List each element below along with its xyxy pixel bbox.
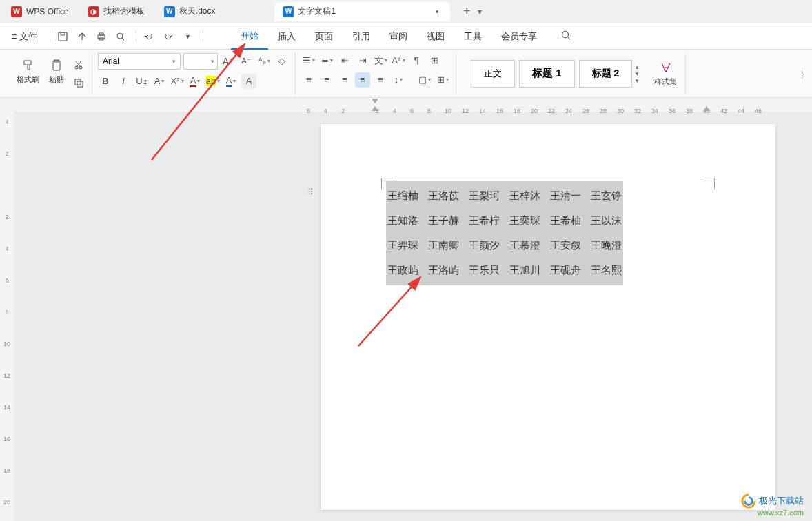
- style-normal[interactable]: 正文: [471, 60, 515, 88]
- bold-button[interactable]: B: [98, 74, 113, 89]
- close-icon[interactable]: •: [432, 7, 442, 17]
- text-direction-icon[interactable]: 文: [373, 53, 388, 68]
- ribbon-group-clipboard: 格式刷 粘贴: [8, 53, 92, 94]
- style-heading1[interactable]: 标题 1: [519, 60, 575, 88]
- highlight-button[interactable]: ab: [205, 74, 221, 89]
- menu-tab-review[interactable]: 审阅: [380, 23, 417, 50]
- name-cell: 王旭川: [509, 258, 540, 283]
- tab-qiutian-docx[interactable]: W 秋天.docx: [156, 2, 224, 21]
- align-justify-icon[interactable]: ≡: [355, 72, 370, 88]
- text-effect-button[interactable]: A: [223, 74, 238, 89]
- distribute-icon[interactable]: ≡: [373, 72, 388, 88]
- align-center-icon[interactable]: ≡: [319, 72, 334, 88]
- font-name-select[interactable]: Arial ▾: [98, 53, 181, 70]
- watermark: 极光下载站 www.xz7.com: [741, 493, 804, 517]
- ruler-tick: 28: [600, 108, 607, 114]
- ruler-tick: 16: [3, 436, 11, 442]
- ribbon-group-styles: 正文 标题 1 标题 2 ▴▾▾ 样式集: [456, 53, 686, 94]
- tab-dao-template[interactable]: ◑ 找稻壳模板: [80, 2, 153, 21]
- preview-icon[interactable]: [112, 28, 129, 45]
- borders-icon[interactable]: ⊞: [435, 72, 450, 88]
- italic-button[interactable]: I: [116, 74, 131, 89]
- name-cell: 王洛苡: [428, 183, 459, 208]
- cut-icon[interactable]: [71, 57, 86, 72]
- ruler-tick: 10: [445, 108, 451, 114]
- increase-indent-icon[interactable]: ⇥: [355, 53, 370, 68]
- sort-icon[interactable]: Aˢ: [391, 53, 406, 68]
- tab-wps-office[interactable]: W WPS Office: [3, 2, 77, 21]
- name-cell: 王玄铮: [591, 183, 622, 208]
- export-icon[interactable]: [74, 28, 90, 45]
- tab-wenzi-wengao[interactable]: W 文字文稿1 •: [274, 2, 450, 21]
- ruler-tick: 2: [3, 214, 11, 221]
- tab-label: 秋天.docx: [179, 6, 216, 17]
- save-icon[interactable]: [54, 28, 71, 45]
- decrease-font-icon[interactable]: A⁻: [238, 54, 254, 69]
- drag-handle-icon[interactable]: ⠿: [307, 187, 312, 197]
- copy-icon[interactable]: [71, 75, 86, 90]
- style-gallery-nav[interactable]: ▴▾▾: [636, 63, 639, 84]
- align-left-icon[interactable]: ≡: [301, 72, 316, 88]
- name-cell: 王晚澄: [591, 233, 622, 258]
- menu-tab-view[interactable]: 视图: [417, 23, 454, 50]
- ruler-tick: 14: [3, 404, 11, 411]
- underline-button[interactable]: U: [134, 74, 149, 89]
- style-set-button[interactable]: 样式集: [651, 59, 680, 88]
- ruler-indent-marker-bottom[interactable]: [372, 106, 378, 111]
- char-shading-button[interactable]: A: [241, 74, 256, 89]
- line-spacing-icon[interactable]: ↕: [391, 72, 406, 88]
- vertical-ruler[interactable]: 422468101214161820: [0, 98, 14, 521]
- text-row: 王羿琛王南卿王颜汐王慕澄王安叙王晚澄: [387, 233, 622, 258]
- file-menu[interactable]: 文件: [6, 30, 43, 43]
- paste-button[interactable]: 粘贴: [46, 57, 67, 90]
- strikethrough-button[interactable]: A: [152, 74, 167, 89]
- name-cell: 王慕澄: [509, 233, 540, 258]
- menu-tab-page[interactable]: 页面: [305, 23, 343, 50]
- style-heading2[interactable]: 标题 2: [579, 60, 633, 88]
- add-tab-button[interactable]: +: [458, 3, 475, 20]
- svg-rect-7: [24, 61, 31, 65]
- ruler-tick: 12: [462, 108, 469, 114]
- format-painter-button[interactable]: 格式刷: [14, 57, 42, 90]
- search-icon[interactable]: [560, 30, 574, 43]
- dropdown-icon[interactable]: ▾: [179, 28, 196, 45]
- menu-tab-member[interactable]: 会员专享: [491, 23, 547, 50]
- ruler-right-marker[interactable]: [703, 106, 710, 111]
- selected-text-block[interactable]: 王绾柚王洛苡王梨珂王梓沐王清一王玄铮王知洛王子赫王希柠王奕琛王希柚王以沫王羿琛王…: [386, 181, 623, 285]
- redo-icon[interactable]: [160, 28, 176, 45]
- ruler-tick: 6: [410, 108, 414, 114]
- change-case-icon[interactable]: ᴬₐ: [256, 54, 272, 69]
- menu-tab-start[interactable]: 开始: [231, 23, 268, 50]
- font-color-button[interactable]: A: [187, 74, 203, 89]
- menu-tab-reference[interactable]: 引用: [343, 23, 380, 50]
- name-cell: 王奕琛: [509, 208, 540, 233]
- ruler-tick: 4: [3, 119, 11, 125]
- name-cell: 王希柚: [550, 208, 581, 233]
- toggle-icon[interactable]: ⊞: [427, 53, 442, 68]
- clear-format-icon[interactable]: ◇: [274, 54, 290, 69]
- bullets-icon[interactable]: ☰: [301, 53, 316, 68]
- ruler-indent-marker-top[interactable]: [372, 99, 378, 103]
- ruler-tick: 18: [3, 467, 11, 474]
- ribbon-overflow-icon[interactable]: 〉: [800, 69, 809, 81]
- menu-tab-insert[interactable]: 插入: [268, 23, 305, 50]
- decrease-indent-icon[interactable]: ⇤: [337, 53, 352, 68]
- name-cell: 王绾柚: [387, 183, 418, 208]
- name-cell: 王洛屿: [428, 258, 459, 283]
- horizontal-ruler[interactable]: 6422468101214161820222426283032343638404…: [307, 98, 775, 112]
- shading-icon[interactable]: ▢: [417, 72, 432, 88]
- font-size-select[interactable]: ▾: [183, 53, 218, 70]
- undo-icon[interactable]: [141, 28, 157, 45]
- name-cell: 王子赫: [428, 208, 459, 233]
- wps-icon: W: [11, 6, 22, 17]
- align-right-icon[interactable]: ≡: [337, 72, 352, 88]
- increase-font-icon[interactable]: A⁺: [221, 54, 236, 69]
- menu-tab-tools[interactable]: 工具: [454, 23, 491, 50]
- print-icon[interactable]: [93, 28, 110, 45]
- show-marks-icon[interactable]: ¶: [409, 53, 424, 68]
- ruler-tick: 46: [755, 108, 762, 114]
- numbering-icon[interactable]: ≣: [319, 53, 334, 68]
- superscript-button[interactable]: X²: [170, 74, 185, 89]
- text-row: 王知洛王子赫王希柠王奕琛王希柚王以沫: [387, 208, 622, 233]
- tab-more-icon[interactable]: ▾: [478, 7, 489, 17]
